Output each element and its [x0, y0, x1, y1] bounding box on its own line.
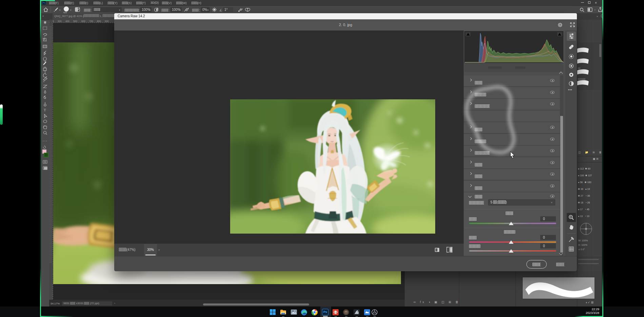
svg-text:T: T [44, 108, 46, 112]
